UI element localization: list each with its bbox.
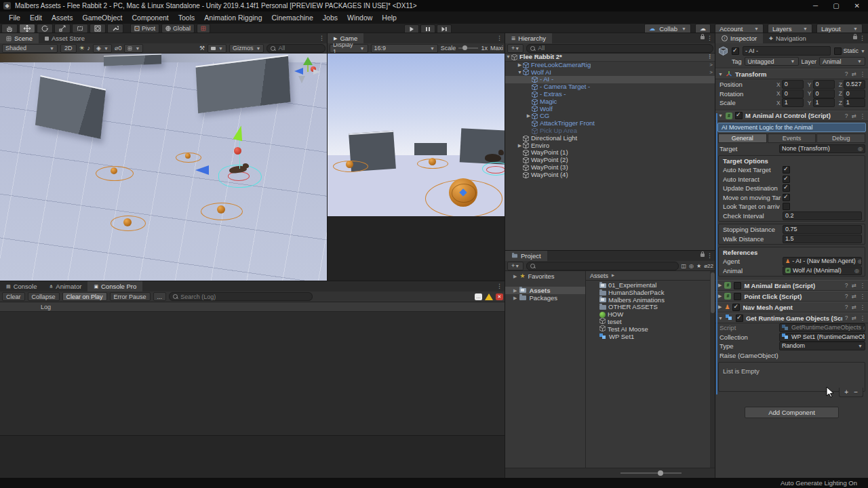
maximize-on-play-toggle[interactable]: Maxi (490, 45, 503, 52)
component-menu-icon[interactable]: ⋮ (860, 314, 866, 321)
clear-on-play-toggle[interactable]: Clear on Play (62, 292, 107, 301)
auto-next-target-checkbox[interactable] (783, 166, 790, 174)
custom-tool-button[interactable] (107, 24, 123, 33)
scale-tool-button[interactable] (54, 24, 71, 33)
step-button[interactable] (437, 24, 452, 34)
tab-navigation[interactable]: ✚Navigation (763, 33, 812, 43)
tab-debug[interactable]: Debug (816, 134, 865, 143)
minimize-button[interactable]: ─ (813, 2, 818, 9)
project-scrollbar[interactable] (710, 271, 715, 468)
look-target-on-arriv-checkbox[interactable] (783, 203, 790, 210)
preset-icon[interactable]: ⇄ (851, 70, 856, 77)
hierarchy-create-button[interactable]: +▼ (507, 44, 524, 53)
scale-x-input[interactable]: 1 (782, 98, 804, 107)
inspector-panel-menu-icon[interactable]: ⋮ (859, 35, 865, 41)
layer-dropdown[interactable]: Animal▼ (819, 57, 865, 66)
active-checkbox[interactable] (732, 47, 739, 55)
static-dropdown[interactable]: Static▼ (834, 47, 865, 55)
list-add-button[interactable]: + (844, 388, 848, 396)
menu-item-gameobject[interactable]: GameObject (78, 14, 127, 22)
collection-object-field[interactable]: WP Set1 (RuntimeGameObje◎ (779, 333, 865, 342)
translate-x-arrow[interactable] (195, 165, 209, 175)
project-tree-assets[interactable]: ▶Assets (505, 287, 585, 294)
favorites-filter-icon[interactable]: ★ (696, 263, 701, 269)
scene-lighting-toggle[interactable]: ☀ (79, 45, 85, 52)
tab-hierarchy[interactable]: ☰Hierarchy (505, 33, 552, 43)
hierarchy-item-wolf[interactable]: Wolf (505, 106, 715, 113)
hierarchy-panel-menu-icon[interactable]: ⋮ (707, 35, 713, 41)
layers-dropdown[interactable]: Layers▼ (768, 24, 812, 34)
hierarchy-item-wolf-ai[interactable]: ▼Wolf AI> (505, 69, 715, 77)
menu-item-animation-rigging[interactable]: Animation Rigging (199, 14, 267, 22)
stopping-distance-input[interactable]: 0.75 (783, 225, 862, 234)
prefab-open-icon[interactable]: > (709, 69, 713, 77)
scene-menu-icon[interactable]: ⋮ (707, 54, 713, 61)
breadcrumb[interactable]: Assets▼ (586, 271, 710, 281)
tools-icon[interactable]: ⚒ (199, 45, 205, 52)
menu-item-help[interactable]: Help (377, 14, 401, 22)
global-toggle[interactable]: Global (161, 24, 195, 33)
menu-item-edit[interactable]: Edit (25, 14, 47, 22)
project-asset-wp-set1[interactable]: WP Set1 (599, 333, 710, 341)
scene-panel-menu-icon[interactable]: ⋮ (319, 35, 325, 41)
component-menu-icon[interactable]: ⋮ (860, 304, 866, 310)
position-z-input[interactable]: 0.527 (844, 80, 865, 89)
prefab-open-icon[interactable]: > (709, 62, 713, 69)
target-object-field[interactable]: None (Transform)◎ (779, 144, 865, 153)
component-header-nav-mesh-agent[interactable]: ▶♟Nav Mesh Agent?⇄⋮ (715, 302, 868, 312)
add-component-button[interactable]: Add Component (745, 407, 839, 418)
project-panel-menu-icon[interactable]: ⋮ (707, 252, 713, 259)
project-tree-favorites[interactable]: ▶★Favorites (505, 272, 585, 280)
component-header-point-click-script[interactable]: ▶#Point Click (Script)?⇄⋮ (715, 291, 868, 302)
component-menu-icon[interactable]: ⋮ (860, 70, 866, 77)
tab-inspector[interactable]: iInspector (715, 33, 763, 43)
preset-icon[interactable]: ⇄ (851, 293, 856, 300)
nav-mesh-agent-enabled-checkbox[interactable] (732, 304, 740, 311)
error-filter-icon[interactable]: ✕ (496, 293, 503, 300)
auto-interact-checkbox[interactable] (783, 176, 790, 183)
rotation-z-input[interactable]: 0 (844, 89, 865, 98)
tab-project[interactable]: Project (505, 251, 547, 261)
position-y-input[interactable]: 0 (813, 80, 835, 89)
search-by-label-icon[interactable]: ◎ (689, 263, 694, 269)
rotate-handle[interactable] (234, 147, 241, 155)
component-menu-icon[interactable]: ⋮ (860, 282, 866, 289)
help-icon[interactable]: ? (845, 282, 848, 289)
rect-tool-button[interactable] (72, 24, 88, 33)
project-asset-test-ai-moose[interactable]: Test AI Moose (599, 326, 710, 333)
asset-zoom-slider[interactable] (620, 472, 682, 474)
tab-game[interactable]: ▶Game (328, 33, 363, 43)
point-click-script-enabled-checkbox[interactable] (734, 293, 741, 300)
object-picker-icon[interactable]: ◎ (858, 145, 863, 152)
gizmos-dropdown[interactable]: Gizmos▼ (229, 44, 264, 53)
runtime-objects-component-header[interactable]: ▼ Get Runtime Game Objects (Script ?⇄⋮ (715, 312, 868, 323)
check-interval-input[interactable]: 0.2 (783, 211, 862, 220)
menu-item-jobs[interactable]: Jobs (318, 14, 342, 22)
scale-y-input[interactable]: 1 (813, 98, 835, 107)
maximize-button[interactable]: ▢ (833, 2, 839, 9)
preset-icon[interactable]: ⇄ (851, 304, 856, 310)
preset-icon[interactable]: ⇄ (851, 282, 856, 289)
console-panel-menu-icon[interactable]: ⋮ (496, 283, 502, 289)
move-tool-button[interactable] (19, 24, 35, 33)
game-viewport[interactable] (328, 54, 505, 216)
info-filter-icon[interactable]: … (475, 293, 482, 300)
list-remove-button[interactable]: − (854, 388, 858, 396)
hierarchy-search-input[interactable]: All (526, 44, 713, 53)
transform-tool-button[interactable] (90, 24, 106, 33)
scene-search-input[interactable]: All (267, 44, 326, 53)
gameobject-name-field[interactable]: - AI - (743, 46, 831, 56)
scene-effects-dropdown[interactable]: ◈▼ (93, 44, 112, 53)
lock-icon[interactable] (701, 36, 705, 39)
rotation-x-input[interactable]: 0 (782, 89, 804, 98)
close-button[interactable]: ✕ (854, 2, 860, 9)
tab-scene[interactable]: Scene (0, 33, 39, 43)
project-create-button[interactable]: +▼ (507, 262, 524, 270)
help-icon[interactable]: ? (845, 293, 848, 300)
project-search-input[interactable] (526, 262, 678, 270)
component-menu-icon[interactable]: ⋮ (860, 113, 866, 119)
hierarchy-item-attacktrigger-front[interactable]: AttackTrigger Front (505, 120, 715, 127)
2d-toggle[interactable]: 2D (60, 44, 77, 53)
scene-audio-toggle[interactable]: ♪ (87, 45, 91, 52)
help-icon[interactable]: ? (845, 70, 848, 77)
